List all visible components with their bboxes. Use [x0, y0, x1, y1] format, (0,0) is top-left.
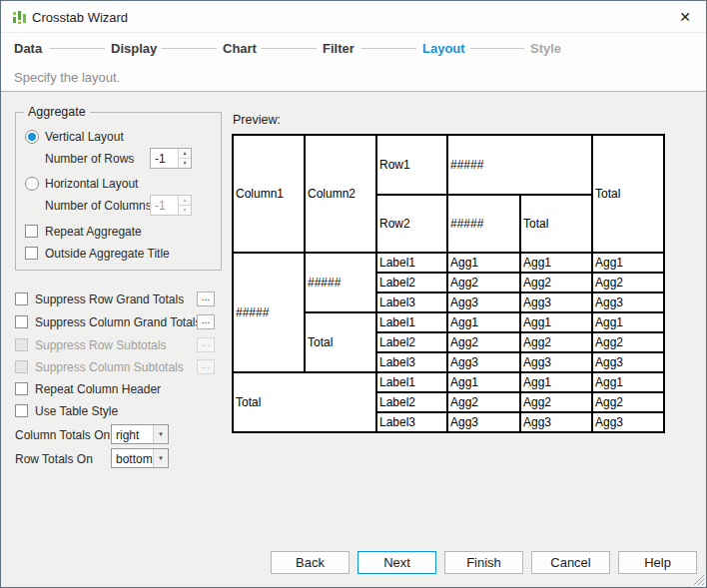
- step-connector: [261, 48, 317, 49]
- number-of-rows-value: -1: [155, 152, 166, 166]
- aggregate-legend: Aggregate: [24, 105, 90, 119]
- column-totals-on-label: Column Totals On: [15, 428, 110, 442]
- preview-cell-agg: Agg3: [592, 352, 664, 372]
- step-connector: [161, 48, 217, 49]
- preview-cell-agg: Agg3: [447, 293, 520, 312]
- preview-cell-subgroup: #####: [305, 253, 376, 312]
- option-row: Suppress Column Grand Totals ...: [15, 314, 217, 330]
- preview-cell-agg: Agg1: [520, 253, 592, 273]
- preview-cell-subgroup-total: Total: [305, 312, 376, 372]
- step-display[interactable]: Display: [111, 41, 157, 56]
- finish-button[interactable]: Finish: [444, 551, 523, 574]
- preview-cell-label: Label3: [376, 352, 447, 372]
- step-style[interactable]: Style: [530, 41, 561, 56]
- column-totals-on-value: right: [116, 428, 139, 442]
- preview-cell-label: Label2: [376, 332, 447, 352]
- preview-cell-row2: Row2: [376, 195, 447, 253]
- suppress-row-subtotals-label: Suppress Row Subtotals: [35, 338, 166, 352]
- suppress-column-grand-totals-checkbox[interactable]: [15, 315, 28, 328]
- preview-cell-agg: Agg2: [447, 273, 520, 293]
- chevron-down-icon: ▼: [153, 425, 168, 443]
- preview-cell-agg: Agg1: [447, 312, 520, 332]
- repeat-column-header-checkbox[interactable]: [15, 382, 28, 395]
- step-layout[interactable]: Layout: [422, 41, 465, 56]
- preview-cell-agg: Agg1: [592, 372, 664, 392]
- preview-cell-label: Label1: [376, 312, 447, 332]
- row-totals-on-label: Row Totals On: [15, 452, 93, 466]
- chevron-down-icon: ▼: [153, 449, 168, 467]
- preview-cell-agg: Agg2: [520, 392, 592, 412]
- preview-cell-grand-total: Total: [592, 135, 664, 253]
- repeat-aggregate-label: Repeat Aggregate: [45, 225, 142, 239]
- preview-cell-agg: Agg1: [520, 372, 592, 392]
- suppress-row-subtotals-checkbox: [15, 338, 28, 351]
- back-button[interactable]: Back: [271, 551, 350, 574]
- preview-cell-label: Label1: [376, 253, 447, 273]
- preview-cell-agg: Agg1: [447, 253, 520, 273]
- preview-cell-agg: Agg1: [592, 253, 664, 273]
- title-bar: Crosstab Wizard ✕: [1, 1, 706, 33]
- preview-cell-agg: Agg2: [520, 273, 592, 293]
- cancel-button[interactable]: Cancel: [531, 551, 610, 574]
- resize-grip[interactable]: [689, 570, 705, 586]
- suppress-column-grand-totals-label: Suppress Column Grand Totals: [35, 315, 202, 329]
- option-row: Suppress Row Grand Totals ...: [15, 292, 217, 307]
- horizontal-layout-label: Horizontal Layout: [45, 177, 138, 191]
- stepper-up-icon[interactable]: ▲: [179, 149, 191, 159]
- suppress-column-grand-totals-more-button[interactable]: ...: [197, 314, 215, 329]
- use-table-style-checkbox[interactable]: [15, 404, 28, 417]
- preview-cell-label: Label2: [376, 392, 447, 412]
- row-totals-on-select[interactable]: bottom ▼: [111, 448, 169, 468]
- preview-cell-row-group: #####: [233, 253, 305, 372]
- suppress-row-grand-totals-more-button[interactable]: ...: [197, 292, 215, 306]
- preview-cell-hash: #####: [447, 135, 592, 195]
- preview-cell-column1: Column1: [233, 135, 305, 253]
- row-totals-on-value: bottom: [116, 452, 153, 466]
- stepper-down-icon: ▼: [179, 206, 191, 216]
- step-connector: [470, 48, 524, 49]
- outside-aggregate-title-checkbox[interactable]: [25, 247, 38, 260]
- preview-cell-agg: Agg3: [520, 352, 592, 372]
- stepper-buttons: ▲ ▼: [178, 196, 191, 215]
- preview-cell-agg: Agg1: [592, 312, 664, 332]
- horizontal-layout-radio[interactable]: [25, 177, 39, 191]
- help-button[interactable]: Help: [618, 551, 697, 574]
- suppress-column-subtotals-label: Suppress Column Subtotals: [35, 360, 184, 374]
- suppress-row-grand-totals-checkbox[interactable]: [15, 293, 28, 305]
- preview-cell-agg: Agg3: [447, 352, 520, 372]
- option-row: Suppress Column Subtotals ...: [15, 359, 217, 375]
- vertical-layout-label: Vertical Layout: [45, 130, 124, 144]
- preview-cell-agg: Agg3: [447, 412, 520, 432]
- window-title: Crosstab Wizard: [32, 10, 128, 25]
- step-connector: [360, 48, 416, 49]
- suppress-column-subtotals-checkbox: [15, 360, 28, 373]
- page-subtitle: Specify the layout.: [14, 70, 120, 85]
- crosstab-wizard-dialog: Crosstab Wizard ✕ Data Display Chart Fil…: [0, 0, 707, 588]
- preview-cell-label: Label1: [376, 372, 447, 392]
- preview-cell-agg: Agg2: [592, 332, 664, 352]
- use-table-style-label: Use Table Style: [35, 404, 118, 418]
- repeat-aggregate-checkbox[interactable]: [25, 225, 38, 238]
- close-icon[interactable]: ✕: [674, 7, 696, 27]
- preview-cell-grand-total-row: Total: [233, 372, 376, 432]
- option-row: Suppress Row Subtotals ...: [15, 337, 217, 353]
- suppress-column-subtotals-more-button: ...: [197, 359, 215, 374]
- step-filter[interactable]: Filter: [323, 41, 354, 56]
- stepper-buttons: ▲ ▼: [178, 149, 191, 168]
- preview-cell-hash: #####: [447, 195, 520, 253]
- aggregate-groupbox: Aggregate Vertical Layout Number of Rows…: [15, 112, 222, 271]
- stepper-down-icon[interactable]: ▼: [179, 159, 191, 169]
- vertical-layout-radio[interactable]: [25, 130, 39, 144]
- preview-label: Preview:: [233, 113, 281, 127]
- preview-cell-agg: Agg1: [520, 312, 592, 332]
- option-row: Use Table Style: [15, 403, 217, 419]
- column-totals-on-select[interactable]: right ▼: [111, 424, 169, 444]
- preview-crosstab-table: Column1 Column2 Row1 ##### Total Row2 ##…: [232, 134, 665, 433]
- outside-aggregate-title-label: Outside Aggregate Title: [45, 247, 170, 261]
- next-button[interactable]: Next: [357, 551, 436, 574]
- number-of-rows-stepper[interactable]: -1 ▲ ▼: [150, 148, 192, 169]
- step-data[interactable]: Data: [14, 41, 42, 56]
- crosstab-icon: [12, 9, 28, 25]
- step-chart[interactable]: Chart: [223, 41, 257, 56]
- preview-cell-agg: Agg3: [592, 412, 664, 432]
